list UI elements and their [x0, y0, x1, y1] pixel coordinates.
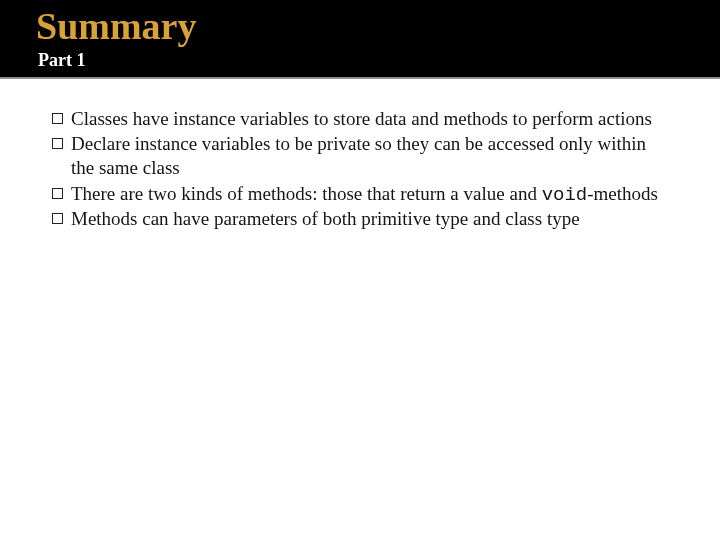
list-item-text: Methods can have parameters of both prim… [71, 207, 668, 232]
text-pre: Classes have instance variables to store… [71, 108, 652, 129]
list-item: Declare instance variables to be private… [52, 132, 668, 182]
text-pre: Methods can have parameters of both prim… [71, 208, 580, 229]
text-pre: There are two kinds of methods: those th… [71, 183, 542, 204]
list-item: There are two kinds of methods: those th… [52, 182, 668, 207]
list-item-text: Classes have instance variables to store… [71, 107, 668, 132]
slide-header: Summary Part 1 [0, 0, 720, 78]
square-bullet-icon [52, 138, 63, 149]
square-bullet-icon [52, 113, 63, 124]
list-item: Classes have instance variables to store… [52, 107, 668, 132]
text-post: -methods [587, 183, 658, 204]
square-bullet-icon [52, 213, 63, 224]
list-item-text: There are two kinds of methods: those th… [71, 182, 668, 207]
list-item: Methods can have parameters of both prim… [52, 207, 668, 232]
slide-title: Summary [36, 6, 684, 48]
square-bullet-icon [52, 188, 63, 199]
text-pre: Declare instance variables to be private… [71, 133, 646, 178]
text-code: void [542, 184, 588, 206]
slide-subtitle: Part 1 [38, 50, 684, 71]
list-item-text: Declare instance variables to be private… [71, 132, 668, 182]
slide-body: Classes have instance variables to store… [0, 79, 720, 233]
